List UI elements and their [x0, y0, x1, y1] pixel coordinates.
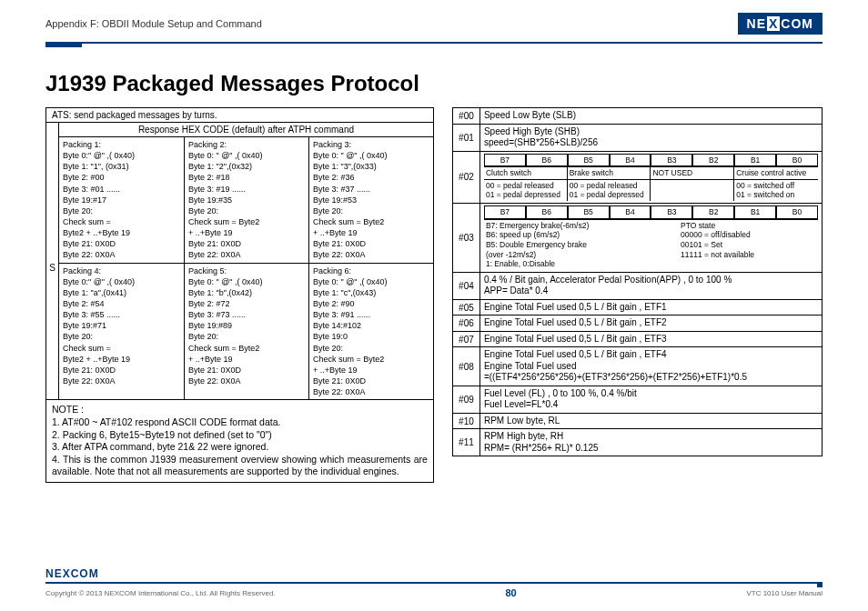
row-index: #11	[453, 429, 480, 456]
packing-cell: Packing 5:Byte 0: " @" ,( 0x40)Byte 1: "…	[184, 263, 308, 400]
table-row: #06Engine Total Fuel used 0,5 L / Bit ga…	[453, 315, 822, 331]
notes: NOTE :1. AT#00 ~ AT#102 respond ASCII CO…	[45, 400, 434, 483]
table-row: #03B7B6B5B4B3B2B1B0B7: Emergency brake(-…	[453, 203, 822, 272]
ats-header: ATS: send packaged messages by turns.	[46, 108, 433, 122]
row-index: #00	[453, 108, 480, 124]
page-title: J1939 Packaged Messages Protocol	[45, 71, 823, 96]
row-content: Speed Low Byte (SLB)	[480, 108, 822, 124]
row-index: #08	[453, 347, 480, 386]
copyright: Copyright © 2013 NEXCOM International Co…	[45, 589, 276, 597]
left-column: ATS: send packaged messages by turns. Re…	[45, 107, 434, 483]
table-row: #00Speed Low Byte (SLB)	[453, 108, 822, 124]
packing-cell: Packing 6:Byte 0: " @" ,( 0x40)Byte 1: "…	[308, 263, 433, 400]
row-content: Engine Total Fuel used 0,5 L / Bit gain …	[480, 332, 822, 347]
row-content: B7B6B5B4B3B2B1B0Clutch switchBrake switc…	[480, 152, 822, 204]
table-row: #09Fuel Level (FL) , 0 to 100 %, 0.4 %/b…	[453, 386, 822, 413]
packing-cell: Packing 4:Byte 0:" @" ,( 0x40)Byte 1: "a…	[59, 263, 184, 400]
row-index: #03	[453, 204, 480, 272]
row-content: Engine Total Fuel used 0,5 L / Bit gain …	[480, 347, 822, 386]
table-row: #02B7B6B5B4B3B2B1B0Clutch switchBrake sw…	[453, 151, 822, 204]
row-index: #10	[453, 414, 480, 429]
row-content: Fuel Level (FL) , 0 to 100 %, 0.4 %/bitF…	[480, 386, 822, 413]
logo: NEXCOM	[738, 13, 823, 35]
table-row: #08Engine Total Fuel used 0,5 L / Bit ga…	[453, 346, 822, 386]
footer-rule	[45, 582, 823, 584]
table-row: #05Engine Total Fuel used 0,5 L / Bit ga…	[453, 299, 822, 316]
table-row: #040.4 % / Bit gain, Accelerator Pedal P…	[453, 272, 822, 299]
row-index: #04	[453, 273, 480, 299]
row-content: RPM Low byte, RL	[480, 414, 822, 429]
table-row: #07Engine Total Fuel used 0,5 L / Bit ga…	[453, 331, 822, 347]
packing-cell: Packing 1:Byte 0:" @" ,( 0x40)Byte 1: "1…	[59, 136, 184, 263]
row-content: B7B6B5B4B3B2B1B0B7: Emergency brake(-6m/…	[480, 204, 822, 272]
s-label: S	[46, 136, 59, 399]
appendix-title: Appendix F: OBDII Module Setup and Comma…	[45, 18, 262, 29]
packing-cell: Packing 2:Byte 0: " @" ,( 0x40)Byte 1: "…	[184, 136, 308, 263]
table-row: #11RPM High byte, RHRPM= (RH*256+ RL)* 0…	[453, 428, 822, 456]
row-content: 0.4 % / Bit gain, Accelerator Pedal Posi…	[480, 273, 822, 299]
right-column: #00Speed Low Byte (SLB)#01Speed High Byt…	[452, 107, 823, 483]
row-index: #02	[453, 152, 480, 204]
footer-logo: NEXCOM	[45, 567, 823, 580]
row-content: Engine Total Fuel used 0,5 L / Bit gain …	[480, 316, 822, 331]
packing-cell: Packing 3:Byte 0: " @" ,( 0x40)Byte 1: "…	[308, 136, 433, 263]
response-header: Response HEX CODE (default) after ATPH c…	[59, 122, 433, 136]
row-index: #05	[453, 300, 480, 316]
manual-name: VTC 1010 User Manual	[746, 589, 823, 597]
row-content: Engine Total Fuel used 0,5 L / Bit gain …	[480, 300, 822, 316]
table-row: #10RPM Low byte, RL	[453, 413, 822, 429]
row-content: Speed High Byte (SHB)speed=(SHB*256+SLB)…	[480, 125, 822, 151]
page-number: 80	[505, 587, 516, 598]
row-index: #09	[453, 386, 480, 413]
header-rule	[45, 42, 823, 44]
row-index: #06	[453, 316, 480, 331]
row-content: RPM High byte, RHRPM= (RH*256+ RL)* 0.12…	[480, 429, 822, 456]
row-index: #01	[453, 125, 480, 151]
table-row: #01Speed High Byte (SHB)speed=(SHB*256+S…	[453, 124, 822, 151]
row-index: #07	[453, 332, 480, 347]
